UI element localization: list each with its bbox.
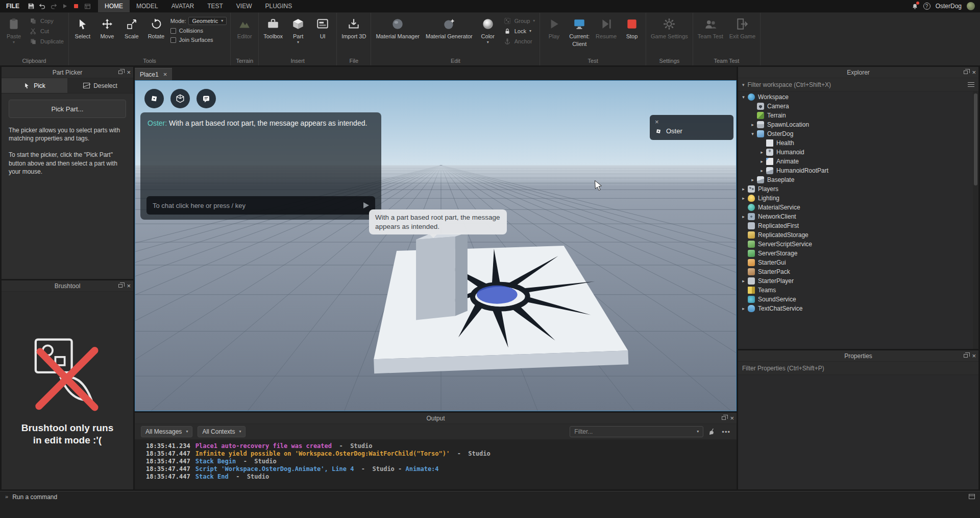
output-filter-box[interactable] [570, 426, 703, 437]
expand-arrow-icon[interactable] [740, 278, 747, 284]
mode-dropdown[interactable]: Geometric [188, 17, 227, 25]
notifications-bell-icon[interactable] [912, 3, 918, 10]
deselect-tab[interactable]: Deselect [67, 78, 133, 93]
log-line[interactable]: 18:35:47.447Infinite yield possible on '… [146, 450, 737, 458]
close-tab-icon[interactable] [163, 71, 167, 78]
tree-item[interactable]: ServerScriptService [738, 240, 978, 249]
tab-test[interactable]: TEST [201, 0, 230, 12]
explorer-scrollbar[interactable] [973, 91, 978, 349]
float-panel-icon[interactable] [722, 416, 726, 420]
tree-item[interactable]: Camera [738, 102, 978, 111]
place-tab[interactable]: Place1 [135, 68, 172, 80]
clear-output-icon[interactable] [708, 428, 717, 436]
save-icon[interactable] [26, 0, 37, 12]
toolbox-button[interactable]: Toolbox [260, 14, 286, 40]
expand-arrow-icon[interactable] [740, 214, 747, 219]
expand-arrow-icon[interactable] [740, 196, 747, 201]
filter-options-icon[interactable] [968, 82, 974, 87]
material-generator-button[interactable]: Material Generator [423, 14, 476, 40]
join-surfaces-checkbox[interactable] [170, 37, 176, 43]
tree-item[interactable]: StarterPack [738, 267, 978, 276]
close-panel-icon[interactable] [730, 415, 734, 421]
gizmo-button[interactable] [170, 89, 190, 108]
log-line[interactable]: 18:35:41.234Place1 auto-recovery file wa… [146, 442, 737, 450]
expand-arrow-icon[interactable] [758, 150, 765, 155]
chat-speaker[interactable]: Oster: [148, 119, 167, 127]
close-player-list-icon[interactable] [655, 119, 659, 125]
lock-button[interactable]: Lock [500, 26, 538, 36]
tree-item[interactable]: NetworkClient [738, 212, 978, 221]
close-panel-icon[interactable] [127, 282, 131, 289]
log-line[interactable]: 18:35:47.447Stack BeginStudio [146, 458, 737, 465]
tree-item[interactable]: OsterDog [738, 129, 978, 138]
log-line[interactable]: 18:35:47.447Script 'Workspace.OsterDog.A… [146, 465, 737, 473]
float-panel-icon[interactable] [964, 354, 968, 358]
layout-icon[interactable] [82, 0, 93, 12]
chat-toggle-button[interactable] [197, 89, 216, 108]
messages-filter-dropdown[interactable]: All Messages [141, 426, 192, 437]
expand-arrow-icon[interactable] [740, 95, 747, 100]
tree-item[interactable]: MaterialService [738, 203, 978, 212]
tree-item[interactable]: SpawnLocation [738, 120, 978, 129]
tree-item[interactable]: Lighting [738, 194, 978, 203]
tree-item[interactable]: Terrain [738, 111, 978, 120]
tab-home[interactable]: HOME [98, 0, 130, 12]
tree-item[interactable]: Workspace [738, 92, 978, 102]
output-filter-input[interactable] [574, 428, 693, 435]
help-icon[interactable] [923, 3, 930, 10]
command-bar[interactable]: Run a command [0, 491, 980, 518]
material-manager-button[interactable]: Material Manager [373, 14, 423, 40]
username-label[interactable]: OsterDog [936, 3, 962, 10]
import-3d-button[interactable]: Import 3D [338, 14, 369, 40]
tree-item[interactable]: ServerStorage [738, 249, 978, 258]
tree-item[interactable]: TextChatService [738, 304, 978, 313]
log-link[interactable]: Animate:4 [395, 465, 439, 473]
move-tool-button[interactable]: Move [95, 14, 119, 40]
roblox-menu-button[interactable] [144, 89, 164, 108]
3d-viewport[interactable]: Oster: With a part based root part, the … [135, 80, 737, 411]
tree-item[interactable]: StarterPlayer [738, 276, 978, 286]
chat-input[interactable] [153, 202, 359, 209]
pick-part-button[interactable]: Pick Part... [9, 100, 126, 118]
tab-model[interactable]: MODEL [130, 0, 165, 12]
log-line[interactable]: 18:35:47.447Stack EndStudio [146, 473, 737, 481]
filter-history-caret-icon[interactable] [742, 82, 745, 87]
contexts-filter-dropdown[interactable]: All Contexts [198, 426, 246, 437]
expand-arrow-icon[interactable] [758, 168, 765, 173]
part-button[interactable]: Part [286, 14, 310, 44]
collisions-checkbox[interactable] [170, 28, 176, 34]
expand-arrow-icon[interactable] [758, 159, 765, 164]
quick-stop-icon[interactable] [70, 0, 82, 12]
ui-button[interactable]: UI [310, 14, 335, 40]
expand-arrow-icon[interactable] [749, 131, 756, 136]
expand-arrow-icon[interactable] [740, 306, 747, 311]
tab-avatar[interactable]: AVATAR [165, 0, 201, 12]
undo-icon[interactable] [37, 0, 48, 12]
chat-input-bar[interactable] [146, 196, 375, 215]
tree-item[interactable]: Animate [738, 157, 978, 166]
select-tool-button[interactable]: Select [70, 14, 95, 40]
tree-item[interactable]: ReplicatedFirst [738, 221, 978, 230]
user-avatar[interactable] [967, 2, 975, 10]
scale-tool-button[interactable]: Scale [119, 14, 144, 40]
tab-view[interactable]: VIEW [230, 0, 259, 12]
tree-item[interactable]: HumanoidRootPart [738, 166, 978, 175]
close-panel-icon[interactable] [972, 69, 976, 76]
player-row[interactable]: Oster [655, 127, 728, 135]
close-panel-icon[interactable] [972, 352, 976, 359]
tree-item[interactable]: Humanoid [738, 148, 978, 157]
expand-arrow-icon[interactable] [749, 122, 756, 127]
properties-filter-input[interactable] [742, 365, 974, 372]
float-panel-icon[interactable] [118, 70, 122, 74]
panel-toggle-icon[interactable] [969, 494, 975, 499]
tree-item[interactable]: Health [738, 138, 978, 148]
float-panel-icon[interactable] [118, 284, 122, 288]
tree-item[interactable]: Baseplate [738, 175, 978, 184]
tree-item[interactable]: StarterGui [738, 258, 978, 267]
tree-item[interactable]: Players [738, 184, 978, 194]
current-client-button[interactable]: Current: Client [566, 14, 593, 48]
file-menu[interactable]: FILE [0, 0, 26, 12]
tree-item[interactable]: Teams [738, 286, 978, 295]
float-panel-icon[interactable] [964, 70, 968, 74]
stop-button[interactable]: Stop [620, 14, 644, 40]
